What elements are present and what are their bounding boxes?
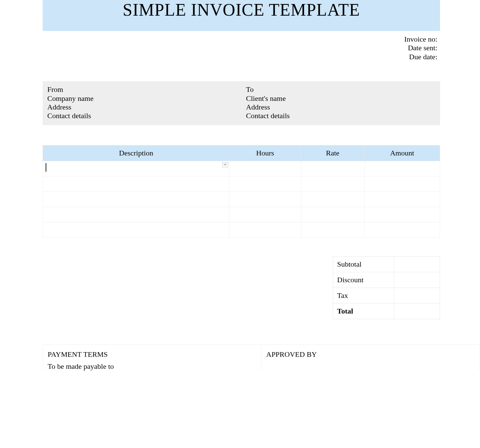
payment-terms-sub: To be made payable to	[48, 362, 256, 371]
total-label: Total	[333, 303, 394, 319]
from-contact: Contact details	[47, 112, 237, 120]
from-block: From Company name Address Contact detail…	[43, 81, 241, 125]
tax-label: Tax	[333, 288, 394, 303]
tax-value[interactable]	[394, 288, 440, 303]
hours-cell[interactable]	[230, 191, 301, 207]
invoice-page: SIMPLE INVOICE TEMPLATE Invoice no: Date…	[0, 0, 480, 384]
items-table: Description Hours Rate Amount	[43, 145, 440, 238]
discount-value[interactable]	[394, 272, 440, 288]
total-row: Total	[333, 303, 440, 319]
amount-cell[interactable]	[364, 176, 440, 191]
items-header-row: Description Hours Rate Amount	[43, 145, 440, 161]
to-contact: Contact details	[246, 112, 436, 120]
from-address: Address	[47, 103, 237, 112]
rate-cell[interactable]	[301, 222, 364, 237]
page-title: SIMPLE INVOICE TEMPLATE	[43, 0, 440, 20]
amount-cell[interactable]	[364, 222, 440, 237]
footer-row: PAYMENT TERMS To be made payable to APPR…	[43, 344, 480, 371]
payment-terms-block: PAYMENT TERMS To be made payable to	[43, 345, 261, 371]
parties-block: From Company name Address Contact detail…	[43, 81, 440, 125]
total-value[interactable]	[394, 303, 440, 319]
approved-by-block: APPROVED BY	[261, 345, 480, 371]
dropdown-handle[interactable]	[222, 162, 228, 167]
subtotal-value[interactable]	[394, 256, 440, 272]
text-cursor-icon	[46, 163, 46, 172]
rate-cell[interactable]	[301, 161, 364, 176]
to-address: Address	[246, 103, 436, 112]
description-cell[interactable]	[43, 176, 230, 191]
date-sent-label: Date sent:	[43, 44, 437, 52]
description-cell[interactable]	[43, 161, 230, 176]
to-block: To Client's name Address Contact details	[241, 81, 440, 125]
subtotal-label: Subtotal	[333, 256, 394, 272]
amount-cell[interactable]	[364, 191, 440, 207]
table-row	[43, 161, 440, 176]
description-cell[interactable]	[43, 191, 230, 207]
col-header-amount: Amount	[364, 145, 440, 161]
tax-row: Tax	[333, 288, 440, 303]
payment-terms-heading: PAYMENT TERMS	[48, 350, 256, 359]
hours-cell[interactable]	[230, 161, 301, 176]
amount-cell[interactable]	[364, 161, 440, 176]
rate-cell[interactable]	[301, 207, 364, 222]
col-header-rate: Rate	[301, 145, 364, 161]
to-heading: To	[246, 85, 436, 94]
from-heading: From	[47, 85, 237, 94]
header-banner: SIMPLE INVOICE TEMPLATE	[43, 0, 440, 31]
due-date-label: Due date:	[43, 53, 437, 61]
amount-cell[interactable]	[364, 207, 440, 222]
from-company: Company name	[47, 94, 237, 103]
description-cell[interactable]	[43, 207, 230, 222]
rate-cell[interactable]	[301, 176, 364, 191]
to-client: Client's name	[246, 94, 436, 103]
table-row	[43, 207, 440, 222]
approved-by-heading: APPROVED BY	[266, 350, 475, 359]
invoice-no-label: Invoice no:	[43, 35, 437, 44]
discount-label: Discount	[333, 272, 394, 288]
svg-marker-0	[224, 164, 227, 166]
hours-cell[interactable]	[230, 176, 301, 191]
hours-cell[interactable]	[230, 207, 301, 222]
table-row	[43, 191, 440, 207]
chevron-down-icon	[224, 164, 227, 166]
totals-block: Subtotal Discount Tax Total	[43, 256, 440, 319]
col-header-hours: Hours	[230, 145, 301, 161]
rate-cell[interactable]	[301, 191, 364, 207]
subtotal-row: Subtotal	[333, 256, 440, 272]
table-row	[43, 176, 440, 191]
table-row	[43, 222, 440, 237]
totals-table: Subtotal Discount Tax Total	[333, 256, 440, 319]
col-header-description: Description	[43, 145, 230, 161]
description-cell[interactable]	[43, 222, 230, 237]
invoice-meta: Invoice no: Date sent: Due date:	[43, 35, 437, 61]
discount-row: Discount	[333, 272, 440, 288]
hours-cell[interactable]	[230, 222, 301, 237]
